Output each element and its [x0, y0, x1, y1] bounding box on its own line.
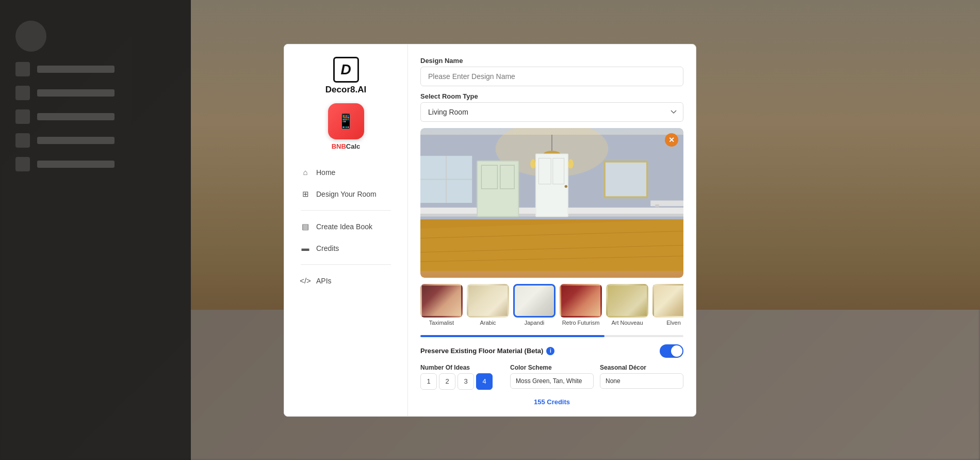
brand-logo: D Decor8.AI — [325, 57, 366, 95]
style-label-elven: Elven — [666, 320, 681, 326]
brand-name: Decor8.AI — [325, 85, 366, 95]
style-img-art-nouveau — [606, 284, 648, 318]
number-of-ideas-label: Number Of Ideas — [420, 364, 504, 371]
nav-divider-2 — [301, 264, 391, 265]
num-btn-3[interactable]: 3 — [458, 373, 474, 390]
idea-book-icon: ▤ — [301, 222, 310, 231]
style-label-japandi: Japandi — [525, 320, 545, 326]
nav-divider — [301, 210, 391, 211]
style-thumb-elven[interactable]: Elven — [652, 284, 683, 326]
preserve-floor-info[interactable]: i — [546, 347, 554, 355]
style-thumb-retro-futurism[interactable]: Retro Futurism — [560, 284, 602, 326]
nav-home[interactable]: ⌂ Home — [292, 163, 399, 182]
design-name-field: Design Name — [420, 57, 683, 86]
style-label-arabic: Arabic — [480, 320, 496, 326]
close-button[interactable]: ✕ — [665, 133, 678, 147]
style-img-taximalist — [420, 284, 463, 318]
seasonal-decor-input[interactable] — [600, 373, 683, 389]
design-name-input[interactable] — [420, 67, 683, 86]
svg-point-25 — [565, 185, 567, 187]
calc-text: Calc — [346, 142, 360, 150]
nav-credits-label: Credits — [316, 244, 339, 252]
room-type-select[interactable]: Living Room Bedroom Kitchen Bathroom Off… — [420, 102, 683, 122]
credits-link[interactable]: 155 Credits — [420, 396, 683, 408]
style-img-arabic — [467, 284, 509, 318]
nav-apis[interactable]: </> APIs — [292, 271, 399, 291]
bnb-label: BNBCalc — [332, 142, 361, 150]
style-thumb-taximalist[interactable]: Taximalist — [420, 284, 463, 326]
preserve-floor-row: Preserve Existing Floor Material (Beta) … — [420, 344, 683, 358]
preserve-floor-text: Preserve Existing Floor Material (Beta) — [420, 347, 543, 355]
nav-credits[interactable]: ▬ Credits — [292, 239, 399, 258]
style-label-retro-futurism: Retro Futurism — [562, 320, 600, 326]
room-type-label: Select Room Type — [420, 92, 683, 100]
home-icon: ⌂ — [301, 168, 310, 177]
preserve-floor-toggle[interactable] — [660, 344, 683, 358]
room-type-field: Select Room Type Living Room Bedroom Kit… — [420, 92, 683, 122]
num-btn-1[interactable]: 1 — [420, 373, 437, 390]
bnb-icon: 📱 — [337, 113, 355, 130]
style-label-art-nouveau: Art Nouveau — [611, 320, 643, 326]
nav-design-your-room[interactable]: ⊞ Design Your Room — [292, 184, 399, 204]
style-thumb-art-nouveau[interactable]: Art Nouveau — [606, 284, 648, 326]
nav-create-idea-book[interactable]: ▤ Create Idea Book — [292, 217, 399, 236]
style-img-japandi — [513, 284, 556, 318]
apis-icon: </> — [301, 276, 310, 285]
style-scroll-thumb — [420, 335, 605, 337]
seasonal-decor-col: Seasonal Décor — [600, 364, 683, 390]
modal-sidebar: D Decor8.AI 📱 BNBCalc ⌂ Home ⊞ Design Yo… — [284, 44, 408, 416]
preserve-floor-label: Preserve Existing Floor Material (Beta) … — [420, 347, 554, 355]
color-scheme-input[interactable] — [510, 373, 594, 389]
modal-main-content: Design Name Select Room Type Living Room… — [408, 44, 696, 416]
svg-rect-32 — [655, 204, 659, 207]
style-img-retro-futurism — [560, 284, 602, 318]
style-label-taximalist: Taximalist — [429, 320, 454, 326]
bnb-badge: 📱 — [328, 103, 364, 139]
number-btns: 1 2 3 4 — [420, 373, 504, 390]
num-btn-2[interactable]: 2 — [439, 373, 455, 390]
number-of-ideas-col: Number Of Ideas 1 2 3 4 — [420, 364, 504, 390]
bnb-text: BNB — [332, 142, 346, 150]
svg-point-16 — [568, 159, 574, 168]
brand-logo-letter: D — [333, 57, 359, 83]
svg-rect-27 — [606, 162, 646, 196]
style-scroll-track — [420, 335, 683, 337]
room-svg — [420, 128, 683, 278]
nav-home-label: Home — [316, 168, 335, 177]
color-scheme-col: Color Scheme — [510, 364, 594, 390]
design-room-modal: D Decor8.AI 📱 BNBCalc ⌂ Home ⊞ Design Yo… — [284, 44, 696, 417]
design-room-icon: ⊞ — [301, 189, 310, 199]
credits-icon: ▬ — [301, 244, 310, 253]
style-img-elven — [652, 284, 683, 318]
color-scheme-label: Color Scheme — [510, 364, 594, 371]
bottom-options-row: Number Of Ideas 1 2 3 4 Color Scheme Sea… — [420, 364, 683, 390]
room-preview-image — [420, 128, 683, 278]
style-thumb-japandi[interactable]: Japandi — [513, 284, 556, 326]
nav-design-label: Design Your Room — [316, 190, 377, 198]
seasonal-decor-label: Seasonal Décor — [600, 364, 683, 371]
svg-point-14 — [530, 159, 536, 168]
style-thumb-arabic[interactable]: Arabic — [467, 284, 509, 326]
modal-nav: ⌂ Home ⊞ Design Your Room ▤ Create Idea … — [284, 163, 407, 291]
nav-idea-book-label: Create Idea Book — [316, 223, 372, 231]
svg-rect-22 — [536, 154, 567, 216]
style-thumbnails-row: Taximalist Arabic Japandi Retro Futurism… — [420, 284, 683, 328]
toggle-knob — [671, 345, 682, 357]
nav-apis-label: APIs — [316, 277, 332, 285]
design-name-label: Design Name — [420, 57, 683, 65]
room-preview: ✕ — [420, 128, 683, 278]
num-btn-4[interactable]: 4 — [476, 373, 493, 390]
